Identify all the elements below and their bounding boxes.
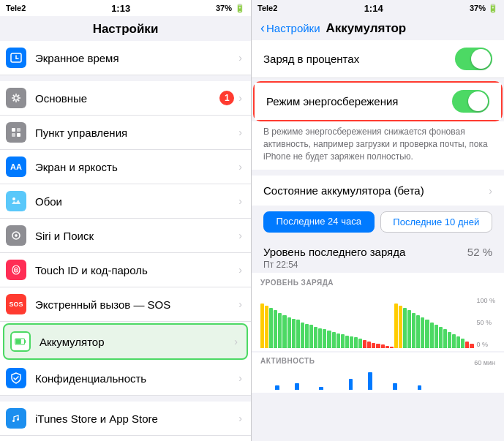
chart-label: УРОВЕНЬ ЗАРЯДА: [260, 279, 495, 287]
settings-item-display[interactable]: AA Экран и яркость ›: [0, 150, 251, 184]
chart-bar: [407, 310, 411, 348]
sos-label: Экстренный вызов — SOS: [35, 298, 238, 311]
svg-rect-14: [12, 133, 15, 137]
chart-bar: [318, 328, 322, 348]
chart-bar: [443, 329, 447, 348]
charge-percent-toggle[interactable]: [455, 48, 492, 70]
svg-rect-12: [12, 128, 15, 132]
settings-list: Экранное время › Основные 1: [0, 41, 251, 441]
siri-label: Siri и Поиск: [35, 230, 238, 242]
chevron-battery-status: ›: [489, 185, 492, 197]
energy-saving-label: Режим энергосбережения: [266, 95, 398, 108]
chart-bar: [287, 317, 291, 348]
chart-bar: [425, 320, 429, 348]
energy-desc: В режиме энергосбережения снижается фоно…: [252, 121, 504, 170]
svg-point-5: [15, 101, 17, 102]
separator-2: [0, 396, 251, 402]
energy-saving-toggle[interactable]: [452, 90, 489, 113]
chevron-display: ›: [238, 161, 242, 173]
settings-item-control-center[interactable]: Пункт управления ›: [0, 116, 251, 150]
chart-bar: [269, 308, 273, 348]
settings-item-sos[interactable]: SOS Экстренный вызов — SOS ›: [0, 287, 251, 322]
battery-icon: [10, 331, 31, 352]
display-icon: AA: [6, 157, 26, 177]
activity-section: АКТИВНОСТЬ 60 мин: [252, 353, 504, 393]
battery-right: 37%: [470, 4, 486, 12]
battery-status-row[interactable]: Состояние аккумулятора (бета) ›: [252, 176, 504, 206]
chart-bar: [358, 339, 362, 348]
settings-item-siri[interactable]: Siri и Поиск ›: [0, 219, 251, 253]
back-chevron-icon: ‹: [260, 20, 265, 36]
itunes-label: iTunes Store и App Store: [35, 412, 238, 425]
svg-point-3: [14, 96, 18, 100]
battery-left: 37%: [216, 4, 232, 12]
chart-bar: [278, 313, 282, 349]
chart-bar: [430, 323, 434, 349]
touchid-label: Touch ID и код-пароль: [35, 264, 238, 276]
chart-y-top: 100 %: [476, 297, 495, 304]
chevron-control-center: ›: [238, 127, 242, 138]
control-center-icon: [6, 122, 26, 143]
chart-y-labels: 100 % 50 % 0 %: [476, 297, 495, 348]
wallpaper-icon: [6, 191, 26, 211]
chart-bar: [336, 333, 340, 349]
chevron-touchid: ›: [238, 264, 242, 276]
back-button[interactable]: ‹ Настройки: [260, 20, 320, 36]
chart-bar: [274, 310, 277, 348]
itunes-icon: [6, 408, 26, 429]
chart-bar: [394, 304, 398, 349]
chart-bar: [456, 336, 460, 348]
chart-bar: [403, 308, 407, 348]
right-panel: Tele2 1:14 37% 🔋 ‹ Настройки Аккумулятор…: [252, 0, 504, 441]
chart-bar: [376, 344, 380, 349]
chevron-screen-time: ›: [238, 52, 242, 64]
chart-bar: [363, 340, 366, 349]
chart-bar: [461, 339, 464, 348]
activity-bars: [260, 368, 495, 390]
chart-bar: [296, 320, 300, 348]
chevron-privacy: ›: [238, 372, 242, 384]
svg-rect-15: [17, 133, 20, 137]
settings-item-wallet[interactable]: Wallet и Apple Pay ›: [0, 436, 251, 441]
privacy-label: Конфиденциальность: [35, 372, 238, 385]
screen-time-label: Экранное время: [35, 52, 238, 64]
settings-item-wallpaper[interactable]: Обои ›: [0, 184, 251, 219]
svg-point-10: [18, 95, 20, 97]
right-content: Заряд в процентах Режим энергосбережения…: [252, 40, 504, 441]
chart-bar: [265, 306, 268, 349]
chart-bar: [416, 315, 420, 349]
settings-item-screen-time[interactable]: Экранное время ›: [0, 41, 251, 75]
back-label: Настройки: [266, 22, 320, 34]
tab-24h[interactable]: Последние 24 часа: [263, 211, 375, 233]
settings-item-general[interactable]: Основные 1 ›: [0, 81, 251, 116]
wallpaper-label: Обои: [35, 195, 238, 208]
chart-bar: [350, 336, 353, 348]
settings-item-touchid[interactable]: Touch ID и код-пароль ›: [0, 253, 251, 287]
tab-10d[interactable]: Последние 10 дней: [380, 211, 493, 233]
svg-point-11: [13, 100, 15, 102]
energy-toggle-thumb: [468, 91, 488, 111]
chevron-general: ›: [238, 92, 242, 104]
chart-bar: [323, 329, 326, 348]
charge-level-value: 52 %: [467, 246, 492, 258]
chart-bar: [390, 347, 394, 348]
chart-bar: [327, 331, 331, 348]
chart-bar: [292, 319, 296, 348]
touchid-icon: [6, 260, 26, 280]
activity-label: АКТИВНОСТЬ: [260, 357, 315, 365]
chart-bar: [381, 344, 385, 348]
settings-item-privacy[interactable]: Конфиденциальность ›: [0, 361, 251, 396]
settings-item-battery[interactable]: Аккумулятор ›: [3, 323, 248, 360]
svg-point-26: [17, 418, 19, 421]
chart-bar: [314, 327, 317, 348]
time-left: 1:13: [111, 3, 130, 14]
general-icon: [6, 88, 26, 108]
battery-status-label: Состояние аккумулятора (бета): [263, 184, 424, 197]
charge-percent-label: Заряд в процентах: [263, 53, 359, 65]
display-label: Экран и яркость: [35, 161, 238, 173]
battery-icon-left: 🔋: [235, 4, 245, 13]
chart-bar: [412, 313, 415, 349]
settings-item-itunes[interactable]: iTunes Store и App Store ›: [0, 402, 251, 436]
activity-bar: [349, 379, 353, 390]
privacy-icon: [6, 368, 26, 388]
